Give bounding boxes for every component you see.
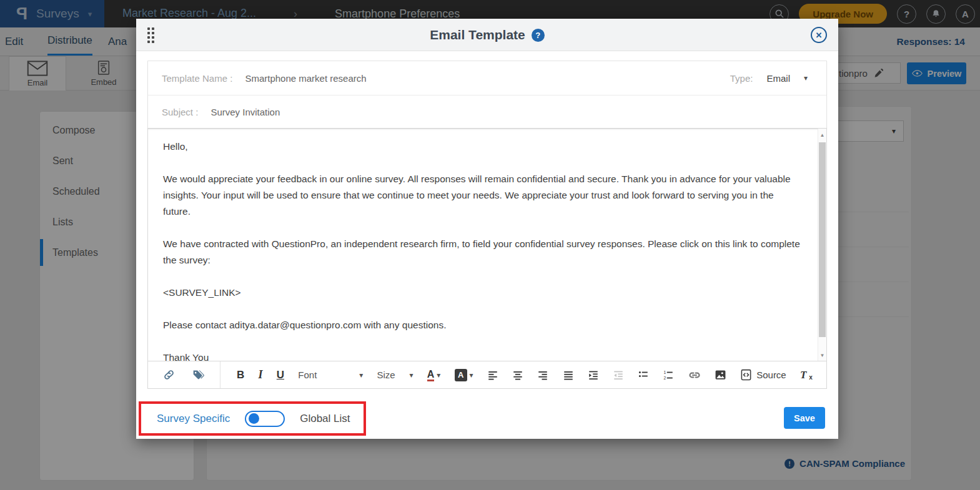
italic-button[interactable]: I [259, 368, 263, 381]
hyperlink-icon [688, 369, 701, 381]
modal-title: Email Template [430, 27, 525, 42]
background-color-icon: A [455, 369, 467, 381]
scroll-up-icon[interactable]: ▲ [818, 130, 826, 140]
scroll-down-icon[interactable]: ▼ [818, 350, 826, 360]
subject-input[interactable]: Survey Invitation [210, 107, 280, 117]
chevron-down-icon: ▾ [437, 371, 440, 380]
numbered-list-icon: 12 [663, 370, 674, 381]
type-dropdown[interactable]: Type: Email ▾ [730, 61, 808, 95]
chevron-down-icon: ▾ [359, 371, 363, 380]
type-value: Email [766, 73, 790, 84]
outdent-icon [613, 370, 624, 381]
modal-header: Email Template ? ✕ [136, 19, 838, 51]
numbered-list-button[interactable]: 12 [663, 370, 674, 381]
chevron-down-icon: ▾ [409, 371, 413, 380]
source-button[interactable]: Source [740, 369, 786, 381]
chevron-down-icon: ▾ [804, 74, 808, 82]
toggle-knob [249, 413, 259, 424]
insert-image-button[interactable] [715, 369, 726, 381]
list-scope-toggle[interactable] [245, 411, 285, 427]
align-right-icon [537, 370, 548, 381]
insert-link-button[interactable] [163, 369, 175, 381]
remove-format-icon: T [800, 369, 806, 381]
close-button[interactable]: ✕ [811, 27, 827, 43]
body-paragraph: Hello, [163, 139, 801, 155]
align-center-icon [512, 370, 523, 381]
close-icon: ✕ [816, 31, 823, 40]
size-dropdown[interactable]: Size▾ [377, 370, 413, 380]
template-meta-form: Template Name : Smartphone market resear… [147, 61, 827, 129]
editor-scrollbar[interactable]: ▲ ▼ [818, 129, 826, 361]
bold-button[interactable]: B [237, 369, 244, 381]
survey-specific-label[interactable]: Survey Specific [157, 413, 230, 425]
image-icon [715, 369, 726, 381]
body-paragraph: Please contact aditya.datar@questionpro.… [163, 317, 801, 333]
text-color-button[interactable]: A▾ [427, 369, 441, 381]
align-left-button[interactable] [487, 370, 498, 381]
body-paragraph: We have contracted with QuestionPro, an … [163, 236, 801, 268]
editor-toolbar-format-group: B I U Font▾ Size▾ A▾ A▾ 12 [220, 361, 826, 388]
source-label: Source [756, 370, 786, 380]
tags-icon [192, 369, 205, 381]
type-label: Type: [730, 73, 753, 84]
scrollbar-thumb[interactable] [819, 142, 826, 337]
merge-tags-button[interactable] [192, 369, 205, 381]
email-body-textarea[interactable]: Hello, We would appreciate your feedback… [148, 129, 826, 361]
template-name-row: Template Name : Smartphone market resear… [148, 61, 826, 95]
body-paragraph: <SURVEY_LINK> [163, 285, 801, 301]
background-color-button[interactable]: A▾ [455, 369, 473, 381]
list-scope-toggle-row: Survey Specific Global List [148, 401, 350, 436]
save-button[interactable]: Save [784, 407, 825, 429]
align-center-button[interactable] [512, 370, 523, 381]
svg-text:1: 1 [664, 370, 666, 374]
editor-toolbar: B I U Font▾ Size▾ A▾ A▾ 12 [148, 361, 826, 388]
indent-button[interactable] [588, 370, 599, 381]
subject-row: Subject : Survey Invitation [148, 95, 826, 129]
chevron-down-icon: ▾ [470, 371, 473, 380]
template-name-label: Template Name : [162, 73, 232, 84]
template-name-input[interactable]: Smartphone market research [245, 73, 366, 84]
subject-label: Subject : [162, 107, 198, 117]
align-right-button[interactable] [537, 370, 548, 381]
bulleted-list-button[interactable] [638, 370, 649, 381]
source-code-icon [740, 369, 752, 381]
justify-button[interactable] [563, 370, 574, 381]
email-template-modal: Email Template ? ✕ Template Name : Smart… [136, 19, 838, 439]
body-paragraph: Thank You [163, 350, 801, 361]
text-color-icon: A [427, 369, 435, 381]
remove-format-button[interactable]: Tx [800, 369, 813, 381]
editor-toolbar-custom-group [148, 361, 220, 388]
underline-button[interactable]: U [277, 369, 284, 381]
help-icon[interactable]: ? [532, 29, 545, 42]
outdent-button[interactable] [613, 370, 624, 381]
chain-link-icon [163, 369, 175, 381]
justify-icon [563, 370, 574, 381]
font-dropdown[interactable]: Font▾ [298, 370, 363, 380]
email-body-editor: Hello, We would appreciate your feedback… [147, 128, 827, 389]
align-left-icon [487, 370, 498, 381]
questionpro-app: P Surveys ▾ Market Research - Aug 2... ›… [0, 0, 980, 490]
body-paragraph: We would appreciate your feedback in our… [163, 171, 801, 220]
svg-text:2: 2 [664, 375, 666, 380]
font-dropdown-label: Font [298, 370, 317, 380]
indent-icon [588, 370, 599, 381]
hyperlink-button[interactable] [688, 369, 701, 381]
size-dropdown-label: Size [377, 370, 395, 380]
global-list-label[interactable]: Global List [300, 413, 350, 425]
modal-footer: Survey Specific Global List Save [136, 389, 838, 439]
bulleted-list-icon [638, 370, 649, 381]
